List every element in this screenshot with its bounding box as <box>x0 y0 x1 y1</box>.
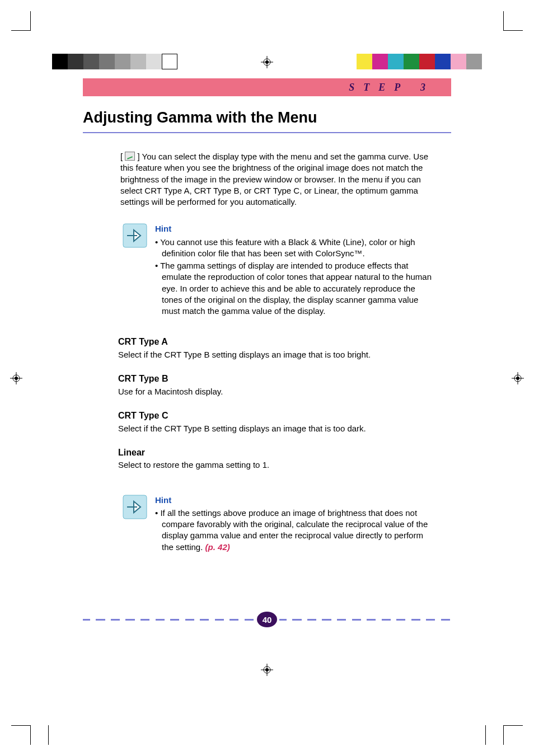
section-crt-a: CRT Type A Select if the CRT Type B sett… <box>118 336 436 360</box>
hint-item: The gamma settings of display are intend… <box>155 260 436 317</box>
ornament-dash-right <box>279 619 451 621</box>
crop-mark-bottom-left <box>11 725 31 745</box>
section-crt-b: CRT Type B Use for a Macintosh display. <box>118 373 436 397</box>
registration-mark-bottom <box>261 664 273 676</box>
color-swatch-bar <box>357 54 482 69</box>
hint-title: Hint <box>155 495 436 506</box>
section-crt-c: CRT Type C Select if the CRT Type B sett… <box>118 410 436 434</box>
page-title: Adjusting Gamma with the Menu <box>83 109 451 133</box>
registration-mark-left <box>10 372 22 384</box>
section-title: CRT Type C <box>118 410 436 422</box>
hint-box-2: Hint If all the settings above produce a… <box>120 495 436 554</box>
crop-mark-top-left <box>11 11 31 31</box>
registration-mark-right <box>512 372 524 384</box>
crop-mark-br-inner <box>485 725 498 745</box>
registration-mark-top <box>261 56 273 68</box>
ornament-dash-left <box>83 619 255 621</box>
grayscale-swatch-bar <box>52 54 177 69</box>
section-body: Select if the CRT Type B setting display… <box>118 423 436 434</box>
hint-arrow-icon <box>123 495 147 519</box>
intro-paragraph: [ ] You can select the display type with… <box>120 151 436 208</box>
hint-item: If all the settings above produce an ima… <box>155 508 436 553</box>
hint-item: You cannot use this feature with a Black… <box>155 237 436 260</box>
gamma-menu-icon <box>125 152 135 161</box>
page-reference-link[interactable]: (p. 42) <box>205 542 230 552</box>
page-number-ornament: 40 <box>83 612 451 627</box>
section-body: Select if the CRT Type B setting display… <box>118 349 436 360</box>
section-title: CRT Type B <box>118 373 436 385</box>
hint-title: Hint <box>155 223 436 234</box>
section-title: Linear <box>118 447 436 459</box>
section-linear: Linear Select to restore the gamma setti… <box>118 447 436 471</box>
section-title: CRT Type A <box>118 336 436 348</box>
intro-text: You can select the display type with the… <box>120 152 428 206</box>
hint-box-1: Hint You cannot use this feature with a … <box>120 223 436 318</box>
step-banner: STEP 3 <box>83 78 451 96</box>
section-body: Use for a Macintosh display. <box>118 386 436 397</box>
crop-mark-bl-inner <box>36 725 49 745</box>
crop-mark-bottom-right <box>503 725 523 745</box>
hint-arrow-icon <box>123 223 147 248</box>
crop-mark-top-right <box>503 11 523 31</box>
page-number-badge: 40 <box>257 612 277 627</box>
hint-list: You cannot use this feature with a Black… <box>155 237 436 317</box>
section-body: Select to restore the gamma setting to 1… <box>118 459 436 471</box>
page-body: [ ] You can select the display type with… <box>120 151 436 572</box>
step-label: STEP 3 <box>349 82 434 93</box>
hint-list: If all the settings above produce an ima… <box>155 508 436 553</box>
